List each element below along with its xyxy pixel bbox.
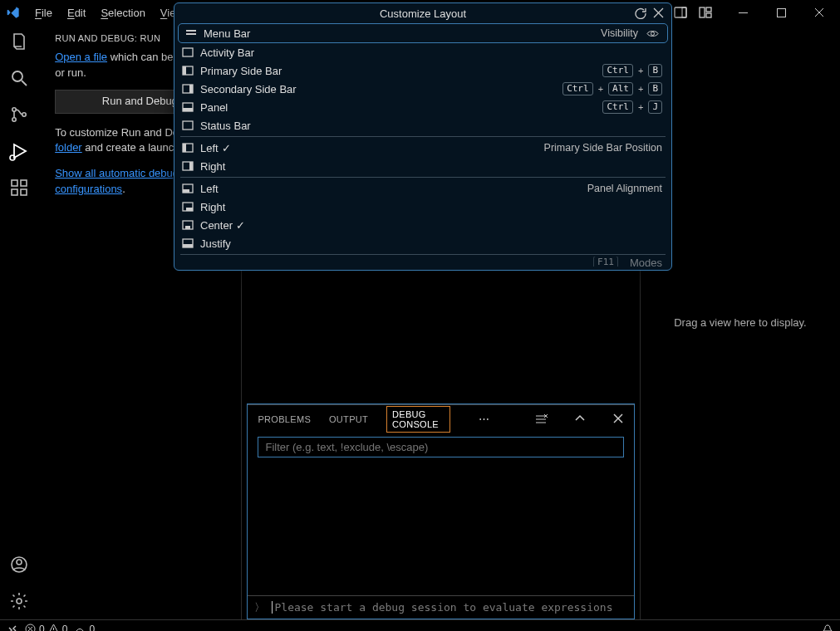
svg-point-15 [12,108,16,111]
layout-option-icon [182,120,194,131]
repl-chevron-icon: 〉 [254,600,265,615]
status-notifications-icon[interactable] [822,624,833,632]
layout-option-icon [182,101,194,113]
svg-rect-59 [183,244,193,247]
more-icon[interactable]: ⋯ [479,413,489,426]
svg-rect-49 [183,144,186,152]
search-icon[interactable] [9,68,29,88]
svg-rect-38 [186,33,196,35]
popup-item-activity-bar[interactable]: Activity Bar [175,43,671,61]
svg-point-17 [22,113,26,116]
popup-item-justify[interactable]: Justify [175,234,671,252]
popup-item-secondary-side-bar[interactable]: Secondary Side Bar Ctrl+Alt+B [175,80,671,98]
show-auto-debug-link[interactable]: Show all automatic debug configurations [55,167,179,195]
svg-rect-8 [706,13,711,17]
svg-point-39 [651,32,655,35]
status-problems[interactable]: 0 0 [25,624,67,632]
svg-rect-53 [183,189,189,193]
remote-indicator[interactable] [7,624,18,632]
svg-rect-10 [777,8,785,17]
panel: PROBLEMS OUTPUT DEBUG CONSOLE ⋯ 〉 Please… [247,404,634,619]
svg-rect-55 [186,208,193,211]
layout-option-icon [182,183,194,194]
customize-layout-icon[interactable] [699,6,712,19]
popup-item-left[interactable]: Left Panel Alignment [175,179,671,198]
svg-point-24 [17,560,22,565]
svg-point-25 [17,599,22,604]
svg-rect-40 [183,48,193,56]
settings-gear-icon[interactable] [9,591,29,611]
svg-rect-57 [185,226,190,229]
collapse-icon[interactable] [574,413,586,426]
activity-bar [0,25,38,619]
menu-edit[interactable]: Edit [61,3,92,22]
svg-rect-46 [183,108,193,111]
layout-option-icon [182,160,194,172]
popup-item-center[interactable]: Center✓ [175,216,671,234]
popup-title: Customize Layout [380,7,466,20]
svg-point-30 [26,624,35,631]
svg-rect-44 [189,85,193,93]
aux-drop-message: Drag a view here to display. [674,316,806,329]
clear-console-icon[interactable] [534,413,548,426]
layout-option-icon [182,201,194,213]
tab-problems[interactable]: PROBLEMS [258,409,311,429]
svg-rect-37 [186,30,196,32]
svg-rect-42 [183,66,186,75]
layout-option-icon [182,65,194,76]
vscode-logo-icon [7,6,20,19]
layout-option-icon [182,237,194,249]
toggle-panel-right-icon[interactable] [674,6,687,19]
popup-item-right[interactable]: Right [175,198,671,216]
svg-rect-51 [189,162,193,170]
tab-debug-console[interactable]: DEBUG CONSOLE [386,406,450,433]
popup-reset-icon[interactable] [635,7,646,19]
create-launch-folder-link[interactable]: folder [55,141,82,154]
extensions-icon[interactable] [9,178,29,198]
menu-bar: File Edit Selection View [28,3,190,22]
tab-output[interactable]: OUTPUT [329,409,368,429]
svg-rect-5 [682,7,686,17]
window-close-icon[interactable] [800,0,838,25]
svg-rect-19 [12,180,17,186]
popup-item-primary-side-bar[interactable]: Primary Side Bar Ctrl+B [175,61,671,80]
popup-item-status-bar[interactable]: Status Bar [175,116,671,135]
svg-rect-21 [21,189,27,195]
svg-rect-22 [21,180,27,186]
repl-input[interactable]: Please start a debug session to evaluate… [272,601,612,614]
customize-layout-popup: Customize Layout Menu Bar Visibility Act… [174,2,672,271]
popup-item-right[interactable]: Right [175,157,671,175]
open-file-link[interactable]: Open a file [55,51,107,63]
close-panel-icon[interactable] [612,413,624,426]
window-minimize-icon[interactable] [724,0,762,25]
svg-point-13 [12,71,22,81]
svg-rect-6 [700,7,705,17]
menu-file[interactable]: File [28,3,59,22]
run-debug-icon[interactable] [9,141,29,161]
popup-item-menu-bar[interactable]: Menu Bar Visibility [179,24,667,42]
layout-option-icon [182,219,194,231]
popup-item-left[interactable]: Left✓ Primary Side Bar Position [175,139,671,157]
window-maximize-icon[interactable] [762,0,800,25]
svg-point-16 [12,118,16,121]
source-control-icon[interactable] [9,105,29,125]
accounts-icon[interactable] [9,555,29,575]
status-ports[interactable]: 0 [74,624,95,632]
svg-rect-4 [675,7,686,17]
menu-selection[interactable]: Selection [94,3,151,22]
svg-rect-47 [183,121,193,130]
svg-rect-20 [12,189,17,195]
svg-rect-7 [706,7,711,12]
layout-option-icon [182,142,194,154]
layout-option-icon [185,27,197,39]
explorer-icon[interactable] [9,32,29,51]
popup-item-panel[interactable]: Panel Ctrl+J [175,98,671,116]
status-bar: 0 0 0 [0,619,840,631]
layout-option-icon [182,46,194,58]
popup-close-icon[interactable] [653,7,664,19]
layout-option-icon [182,83,194,95]
debug-console-filter-input[interactable] [258,437,623,457]
svg-line-14 [22,81,27,86]
